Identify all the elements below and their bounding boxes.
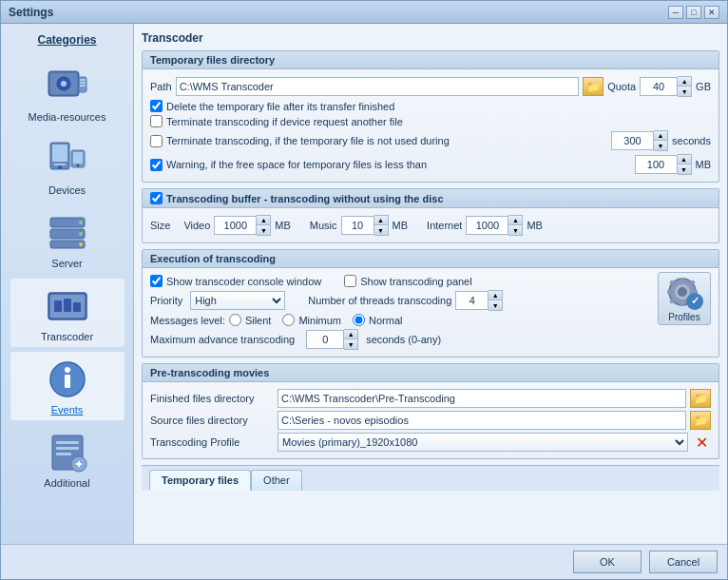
svg-point-20 (79, 242, 83, 246)
video-spinner: ▲ ▼ (214, 215, 271, 236)
terminate-up-button[interactable]: ▲ (654, 131, 667, 141)
tab-other[interactable]: Other (251, 470, 302, 491)
settings-window: Settings ─ □ ✕ Categories (0, 0, 728, 580)
show-console-checkbox[interactable] (150, 275, 163, 287)
svg-rect-32 (56, 453, 71, 455)
bottom-tabs: Temporary files Other (142, 465, 719, 491)
cancel-button[interactable]: Cancel (649, 551, 718, 573)
show-panel-checkbox[interactable] (344, 275, 356, 287)
sidebar-item-additional[interactable]: Additional (10, 425, 125, 493)
path-label: Path (150, 81, 172, 92)
internet-up-button[interactable]: ▲ (508, 216, 522, 225)
show-console-label: Show transcoder console window (166, 276, 321, 287)
cb2-checkbox[interactable] (150, 115, 163, 127)
sidebar-label-media: Media-resources (29, 111, 106, 123)
finished-row: Finished files directory 📁 (150, 389, 711, 408)
source-input[interactable] (278, 411, 686, 430)
path-folder-button[interactable]: 📁 (583, 77, 603, 96)
cb3-checkbox[interactable] (150, 135, 163, 147)
path-input[interactable] (176, 77, 579, 96)
title-bar: Settings ─ □ ✕ (1, 1, 727, 24)
warning-up-button[interactable]: ▲ (678, 155, 691, 164)
profile-select[interactable]: Movies (primary)_1920x1080 Movies (secon… (278, 433, 688, 452)
close-button[interactable]: ✕ (704, 6, 719, 19)
pre-transcoding-header: Pre-transcoding movies (143, 364, 718, 382)
tab-temporary-files[interactable]: Temporary files (149, 470, 251, 491)
advance-input[interactable] (306, 330, 344, 349)
sidebar-item-devices[interactable]: Devices (10, 132, 125, 201)
sidebar-item-events[interactable]: Events (10, 352, 125, 420)
cb1-checkbox[interactable] (150, 100, 163, 112)
svg-point-14 (76, 164, 79, 167)
cb4-checkbox[interactable] (150, 159, 163, 171)
music-up-button[interactable]: ▲ (374, 216, 388, 225)
quota-up-button[interactable]: ▲ (678, 77, 691, 87)
sidebar-item-transcoder[interactable]: Transcoder (10, 279, 125, 347)
cb1-label: Delete the temporary file after its tran… (166, 101, 394, 112)
svg-point-3 (61, 81, 67, 87)
terminate-spinner-buttons: ▲ ▼ (654, 130, 668, 151)
profile-row: Transcoding Profile Movies (primary)_192… (150, 433, 711, 452)
finished-input[interactable] (278, 389, 686, 408)
threads-down-button[interactable]: ▼ (489, 300, 502, 310)
silent-radio[interactable] (229, 314, 241, 326)
video-up-button[interactable]: ▲ (257, 216, 270, 225)
sidebar-item-media-resources[interactable]: Media-resources (10, 59, 125, 127)
internet-unit: MB (527, 220, 543, 231)
advance-row: Maximum advance transcoding ▲ ▼ seconds … (150, 329, 650, 350)
minimize-button[interactable]: ─ (668, 6, 683, 19)
internet-down-button[interactable]: ▼ (508, 225, 522, 235)
video-down-button[interactable]: ▼ (257, 225, 270, 235)
quota-down-button[interactable]: ▼ (678, 87, 691, 96)
advance-up-button[interactable]: ▲ (344, 330, 357, 339)
priority-select[interactable]: High Low Normal Realtime (190, 291, 285, 310)
terminate-unit: seconds (672, 135, 711, 146)
internet-input[interactable] (466, 216, 508, 235)
warning-input[interactable] (635, 155, 678, 174)
profiles-check-badge: ✓ (686, 293, 703, 310)
quota-input[interactable] (640, 77, 678, 96)
buffer-header: Transcoding buffer - transcoding without… (143, 189, 718, 208)
minimum-radio[interactable] (282, 314, 295, 326)
normal-radio[interactable] (353, 314, 365, 326)
profiles-button[interactable]: ✓ Profiles (658, 272, 711, 325)
messages-row: Messages level: Silent Minimum Normal (150, 314, 650, 326)
threads-up-button[interactable]: ▲ (489, 291, 502, 300)
terminate-input[interactable] (611, 131, 654, 150)
main-content: Categories Media-resources (1, 24, 727, 544)
temp-files-header: Temporary files directory (143, 51, 718, 69)
profile-delete-button[interactable]: ✕ (692, 433, 711, 452)
advance-spinner: ▲ ▼ (306, 329, 358, 350)
warning-down-button[interactable]: ▼ (678, 164, 691, 174)
warning-spinner: ▲ ▼ (635, 154, 692, 175)
sidebar-label-events: Events (51, 404, 84, 416)
maximize-button[interactable]: □ (686, 6, 701, 19)
advance-down-button[interactable]: ▼ (344, 339, 357, 349)
pre-transcoding-section: Pre-transcoding movies Finished files di… (142, 363, 719, 459)
pre-transcoding-body: Finished files directory 📁 Source files … (143, 382, 718, 458)
device-icon (45, 137, 90, 183)
ok-button[interactable]: OK (573, 551, 642, 573)
svg-point-46 (678, 287, 687, 297)
bottom-bar: OK Cancel (1, 544, 727, 579)
svg-point-27 (65, 367, 70, 373)
events-icon (45, 357, 90, 402)
buffer-body: Size Video ▲ ▼ MB Music (143, 208, 718, 242)
sidebar-item-server[interactable]: Server (10, 205, 125, 274)
buffer-row: Size Video ▲ ▼ MB Music (150, 215, 711, 236)
size-label: Size (150, 220, 170, 231)
sidebar: Categories Media-resources (1, 24, 134, 544)
threads-input[interactable] (455, 291, 489, 310)
source-row: Source files directory 📁 (150, 411, 711, 430)
finished-folder-button[interactable]: 📁 (690, 389, 711, 408)
video-label: Video (183, 220, 210, 231)
cb2-row: Terminate transcoding if device request … (150, 115, 711, 127)
svg-point-11 (58, 165, 62, 169)
terminate-down-button[interactable]: ▼ (654, 141, 667, 150)
music-input[interactable] (341, 216, 374, 235)
video-input[interactable] (214, 216, 257, 235)
source-folder-button[interactable]: 📁 (690, 411, 711, 430)
buffer-checkbox[interactable] (150, 192, 163, 204)
svg-rect-13 (73, 152, 83, 164)
music-down-button[interactable]: ▼ (374, 225, 388, 235)
